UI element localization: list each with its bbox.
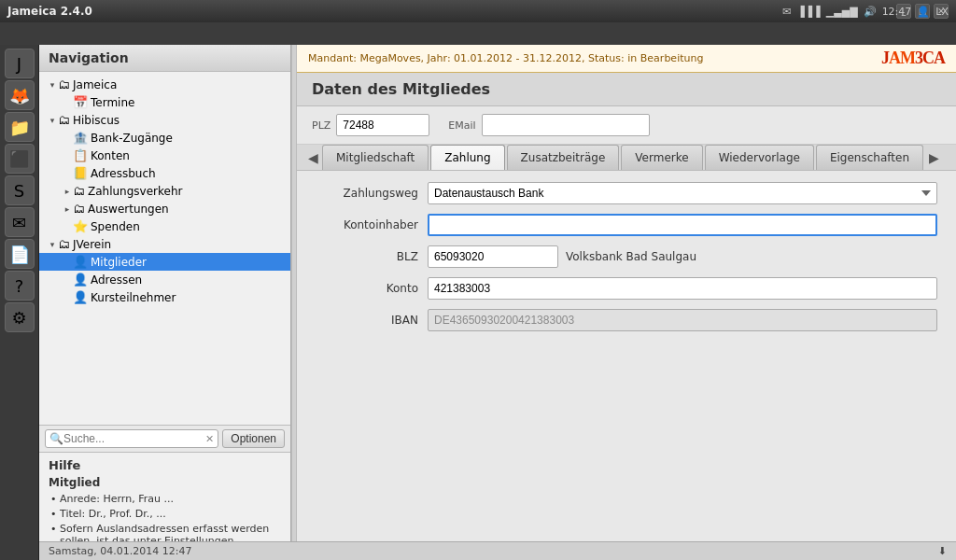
tabs-container: MitgliedschaftZahlungZusatzbeiträgeVerme… (322, 145, 925, 170)
konto-control (428, 277, 937, 300)
tree-item-zahlungsverkehr[interactable]: ▸🗂Zahlungsverkehr (39, 182, 290, 200)
tree-arrow-hibiscus: ▾ (47, 116, 58, 125)
blz-label: BLZ (316, 250, 418, 263)
tree-label-adressen: Adressen (91, 273, 142, 287)
tree-arrow-jameica: ▾ (47, 80, 58, 90)
search-bar: 🔍 ✕ Optionen (39, 425, 290, 452)
bank-name: Volksbank Bad Saulgau (566, 250, 696, 263)
nav-tree: ▾🗂Jameica📅Termine▾🗂Hibiscus🏦Bank-Zugänge… (39, 72, 290, 425)
statusbar: Samstag, 04.01.2014 12:47 ⬇ (39, 541, 956, 560)
email-input[interactable] (482, 114, 650, 136)
tree-item-kursteilnehmer[interactable]: 👤Kursteilnehmer (39, 288, 290, 306)
battery-icon: ▐▐▐ (796, 6, 820, 18)
app-title: Jameica 2.4.0 (7, 5, 896, 18)
settings-icon[interactable]: ⚙ (5, 302, 35, 332)
iban-control (428, 309, 937, 331)
tab-eigenschaften[interactable]: Eigenschaften (816, 145, 923, 170)
email-tray-icon: ✉ (782, 6, 791, 18)
plz-input[interactable] (336, 114, 429, 136)
tree-label-adressbuch: Adressbuch (91, 167, 156, 180)
tree-icon-mitglieder: 👤 (73, 255, 88, 269)
files-icon[interactable]: 📁 (5, 112, 35, 142)
kontoinhaber-row: Kontoinhaber (316, 214, 937, 236)
tree-label-bank-zugaenge: Bank-Zugänge (91, 132, 173, 145)
tree-item-mitglieder[interactable]: 👤Mitglieder (39, 253, 290, 271)
tree-item-bank-zugaenge[interactable]: 🏦Bank-Zugänge (39, 129, 290, 147)
tree-icon-auswertungen: 🗂 (73, 202, 85, 216)
iban-input (428, 309, 937, 331)
kontoinhaber-control (428, 214, 937, 236)
plz-field-group: PLZ (312, 114, 429, 136)
help-icon[interactable]: ? (5, 271, 35, 301)
dock: J🦊📁⬛S✉📄?⚙ (0, 45, 39, 560)
tree-item-hibiscus[interactable]: ▾🗂Hibiscus (39, 111, 290, 129)
tree-item-termine[interactable]: 📅Termine (39, 93, 290, 111)
terminal-icon[interactable]: ⬛ (5, 144, 35, 174)
tree-item-konten[interactable]: 📋Konten (39, 147, 290, 164)
clock: 12:47 (882, 6, 912, 18)
tree-arrow-jverein: ▾ (47, 240, 58, 249)
jameica-icon[interactable]: J (5, 49, 35, 78)
tab-prev-button[interactable]: ◀ (304, 147, 322, 169)
volume-icon: 🔊 (864, 6, 877, 18)
tree-label-jameica: Jameica (73, 78, 117, 91)
tree-label-mitglieder: Mitglieder (91, 256, 147, 269)
form-fields: Zahlungsweg Datenaustausch BankBarÜberwe… (297, 171, 956, 548)
jameica-logo: JAM3CA (881, 49, 945, 68)
options-button[interactable]: Optionen (222, 429, 285, 448)
tab-next-button[interactable]: ▶ (925, 147, 943, 169)
tree-icon-kursteilnehmer: 👤 (73, 290, 88, 304)
form-top-fields: PLZ EMail (297, 106, 956, 145)
navigation-panel: Navigation ▾🗂Jameica📅Termine▾🗂Hibiscus🏦B… (39, 45, 291, 560)
tree-label-kursteilnehmer: Kursteilnehmer (91, 291, 176, 304)
tree-arrow-zahlungsverkehr: ▸ (62, 187, 73, 196)
user-icon: 👤 (917, 6, 930, 18)
tab-bar: ◀ MitgliedschaftZahlungZusatzbeiträgeVer… (297, 145, 956, 171)
tree-label-hibiscus: Hibiscus (73, 114, 120, 127)
tree-item-spenden[interactable]: ⭐Spenden (39, 217, 290, 235)
tree-icon-termine: 📅 (73, 95, 88, 109)
tree-item-jameica[interactable]: ▾🗂Jameica (39, 76, 290, 93)
search-icon: 🔍 (49, 432, 63, 445)
konto-label: Konto (316, 282, 418, 295)
tree-item-adressen[interactable]: 👤Adressen (39, 271, 290, 288)
tree-label-jverein: JVerein (73, 238, 111, 251)
form-area: Daten des Mitgliedes PLZ EMail ◀ Mitglie… (297, 73, 956, 560)
status-text: Samstag, 04.01.2014 12:47 (49, 545, 191, 557)
tree-item-jverein[interactable]: ▾🗂JVerein (39, 235, 290, 253)
kontoinhaber-label: Kontoinhaber (316, 218, 418, 231)
username: LX (935, 6, 949, 18)
hilfe-subtitle: Mitglied (49, 476, 281, 489)
search-input[interactable] (63, 432, 205, 445)
docs-icon[interactable]: 📄 (5, 239, 35, 269)
kontoinhaber-input[interactable] (428, 214, 937, 236)
zahlungsweg-select[interactable]: Datenaustausch BankBarÜberweisung (428, 182, 937, 204)
tree-item-adressbuch[interactable]: 📒Adressbuch (39, 164, 290, 182)
search-clear-icon[interactable]: ✕ (205, 433, 214, 445)
email-field-group: EMail (448, 114, 649, 136)
tab-vermerke[interactable]: Vermerke (621, 145, 702, 170)
app-container: J🦊📁⬛S✉📄?⚙ Navigation ▾🗂Jameica📅Termine▾🗂… (0, 45, 956, 560)
tree-label-auswertungen: Auswertungen (88, 203, 169, 216)
plz-label: PLZ (312, 119, 330, 132)
konto-input[interactable] (428, 277, 937, 300)
tree-icon-konten: 📋 (73, 148, 88, 162)
tab-mitgliedschaft[interactable]: Mitgliedschaft (322, 145, 429, 170)
tree-icon-spenden: ⭐ (73, 219, 88, 233)
mandant-bar: Mandant: MegaMoves, Jahr: 01.01.2012 - 3… (297, 45, 956, 73)
tab-zahlung[interactable]: Zahlung (430, 145, 504, 170)
blz-input[interactable] (428, 245, 558, 268)
tree-icon-jverein: 🗂 (58, 237, 70, 251)
tree-label-spenden: Spenden (91, 220, 140, 233)
system-tray: ✉ ▐▐▐ ▁▃▅▇ 🔊 12:47 👤 LX (775, 0, 956, 22)
skype-icon[interactable]: S (5, 175, 35, 205)
tree-item-auswertungen[interactable]: ▸🗂Auswertungen (39, 200, 290, 217)
nav-header: Navigation (39, 45, 290, 72)
tab-wiedervorlage[interactable]: Wiedervorlage (705, 145, 814, 170)
tab-zusatzbeitraege[interactable]: Zusatzbeiträge (507, 145, 620, 170)
firefox-icon[interactable]: 🦊 (5, 80, 35, 110)
mail-icon[interactable]: ✉ (5, 207, 35, 237)
mandant-text: Mandant: MegaMoves, Jahr: 01.01.2012 - 3… (308, 52, 703, 64)
scroll-to-bottom-icon[interactable]: ⬇ (938, 545, 947, 557)
tree-icon-jameica: 🗂 (58, 77, 70, 91)
